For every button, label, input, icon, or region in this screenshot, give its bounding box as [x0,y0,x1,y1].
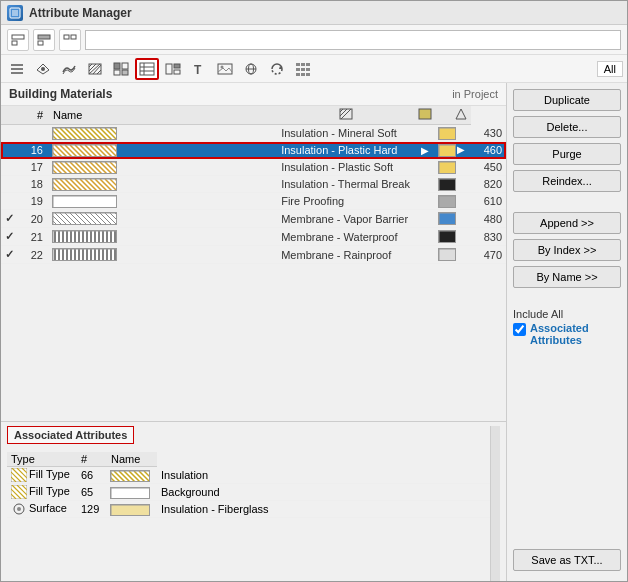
color-cell [436,176,471,193]
refresh-icon[interactable] [265,58,289,80]
layers-icon[interactable] [5,58,29,80]
table-row[interactable]: ✓21Membrane - Waterproof830 [1,228,506,246]
assoc-num-cell: 65 [77,484,107,501]
materials-table-container[interactable]: # Name [1,106,506,421]
svg-rect-6 [38,35,50,39]
table-row[interactable]: Insulation - Mineral Soft430 [1,125,506,142]
include-all-section: Include All AssociatedAttributes [513,308,621,346]
section-header: Building Materials in Project [1,83,506,106]
table-row[interactable]: 16Insulation - Plastic Hard▶▶460 [1,142,506,159]
assoc-table-row[interactable]: Fill Type66Insulation [7,467,490,484]
svg-rect-246 [111,488,150,499]
color-cell [436,193,471,210]
assoc-preview-cell [107,501,157,518]
svg-rect-119 [439,162,456,174]
svg-rect-73 [439,128,456,140]
color-cell [436,228,471,246]
table-row[interactable]: ✓22Membrane - Rainproof470 [1,246,506,264]
section-subtitle: in Project [452,88,498,100]
reindex-button[interactable]: Reindex... [513,170,621,192]
assoc-preview-cell [107,467,157,484]
assoc-type-cell: Surface [7,501,77,518]
svg-point-13 [41,67,45,71]
icon3-cell [414,176,436,193]
name-cell: Membrane - Rainproof [277,246,414,264]
fill-icon[interactable] [109,58,133,80]
fill-preview-cell [49,228,277,246]
col5-header [436,106,471,125]
svg-rect-30 [174,70,180,74]
include-all-checkbox-label[interactable]: AssociatedAttributes [513,322,621,346]
svg-rect-250 [111,505,150,516]
view-btn-2[interactable] [33,29,55,51]
grid-dots-icon[interactable] [291,58,315,80]
view-btn-1[interactable] [7,29,29,51]
associated-attrs-label: AssociatedAttributes [530,322,589,346]
svg-rect-29 [174,64,180,68]
by-name-button[interactable]: By Name >> [513,266,621,288]
by-index-button[interactable]: By Index >> [513,239,621,261]
image-icon[interactable] [213,58,237,80]
svg-rect-39 [306,63,310,66]
icon3-cell [414,159,436,176]
include-all-label: Include All [513,308,621,320]
left-panel: Building Materials in Project # Name [1,83,507,581]
all-button[interactable]: All [597,61,623,77]
globe-icon[interactable] [239,58,263,80]
check-cell: ✓ [1,246,19,264]
pattern-icon[interactable] [161,58,185,80]
table-row[interactable]: ✓20Membrane - Vapor Barrier480 [1,210,506,228]
name-cell: Insulation - Thermal Break [277,176,414,193]
building-materials-icon[interactable] [135,58,159,80]
color-cell: ▶ [436,142,471,159]
delete-button[interactable]: Delete... [513,116,621,138]
append-button[interactable]: Append >> [513,212,621,234]
svg-rect-96 [439,145,456,157]
check-col-header [1,106,19,125]
num-cell: 20 [19,210,49,228]
svg-rect-22 [114,70,120,75]
svg-rect-41 [301,68,305,71]
svg-marker-51 [456,109,466,119]
svg-line-16 [89,64,96,71]
table-row[interactable]: 18Insulation - Thermal Break820 [1,176,506,193]
assoc-name-cell: Insulation - Fiberglass [157,501,490,518]
icon3-cell [414,125,436,142]
fill-preview-cell [49,246,277,264]
search-input[interactable] [85,30,621,50]
duplicate-button[interactable]: Duplicate [513,89,621,111]
text-icon[interactable]: T [187,58,211,80]
svg-rect-146 [439,196,456,208]
icon3-cell: ▶ [414,142,436,159]
svg-rect-8 [64,35,69,39]
icon3-cell [414,246,436,264]
value-cell: 460 [471,142,506,159]
assoc-table-row[interactable]: Fill Type65Background [7,484,490,501]
fill-preview-cell [49,193,277,210]
purge-button[interactable]: Purge [513,143,621,165]
title-bar: Attribute Manager [1,1,627,25]
num-cell: 16 [19,142,49,159]
material-icon[interactable] [57,58,81,80]
table-header: # Name [1,106,506,125]
include-all-checkbox[interactable] [513,323,526,336]
view-btn-3[interactable] [59,29,81,51]
color-cell [436,210,471,228]
num-cell: 22 [19,246,49,264]
hatch-icon[interactable] [83,58,107,80]
value-cell: 820 [471,176,506,193]
value-cell: 610 [471,193,506,210]
svg-rect-21 [122,63,128,69]
pen-icon[interactable] [31,58,55,80]
associated-table[interactable]: Type # Name Fill Type66InsulationFill Ty… [7,452,490,518]
col3-header [277,106,414,125]
table-row[interactable]: 17Insulation - Plastic Soft450 [1,159,506,176]
name-cell: Membrane - Waterproof [277,228,414,246]
svg-line-19 [97,70,101,74]
assoc-table-row[interactable]: Surface129Insulation - Fiberglass [7,501,490,518]
save-as-txt-button[interactable]: Save as TXT... [513,549,621,571]
table-row[interactable]: 19Fire Proofing610 [1,193,506,210]
icon3-cell [414,210,436,228]
name-cell: Insulation - Plastic Soft [277,159,414,176]
svg-line-48 [340,109,347,116]
